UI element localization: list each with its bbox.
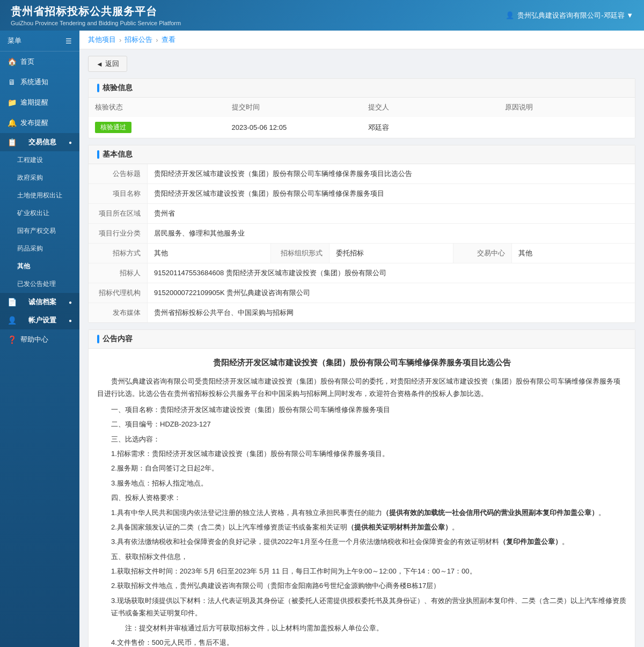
arrow-icon: ● bbox=[69, 139, 72, 145]
industry-label: 项目行业分类 bbox=[89, 224, 148, 243]
reason-cell bbox=[499, 117, 635, 138]
notice-item-2: 二、项目编号：HDZB-2023-127 bbox=[97, 418, 626, 430]
user-icon: 👤 bbox=[506, 11, 514, 19]
list-icon: 📋 bbox=[8, 138, 16, 146]
notice-sub-5-1: 1.获取招标文件时间：2023年 5月 6日至2023年 5月 11 日，每日工… bbox=[111, 565, 626, 577]
notice-sub-5-4: 4.文件售价：500元人民币，售后不退。 bbox=[111, 636, 626, 647]
notice-title-value: 贵阳经济开发区城市建设投资（集团）股份有限公司车辆维修保养服务项目比选公告 bbox=[148, 164, 635, 183]
sidebar-sub-item-medicine[interactable]: 药品采购 bbox=[0, 240, 79, 258]
home-icon: 🏠 bbox=[8, 57, 16, 66]
basic-info-section: 基本信息 公告标题 贵阳经济开发区城市建设投资（集团）股份有限公司车辆维修保养服… bbox=[88, 145, 635, 323]
agency-value: 91520000722109905K 贵州弘典建设咨询有限公司 bbox=[148, 283, 635, 303]
col-submitter: 提交人 bbox=[362, 98, 499, 117]
notice-title-label: 公告标题 bbox=[89, 164, 148, 183]
header-branding: 贵州省招标投标公共服务平台 GuiZhou Province Tendering… bbox=[11, 4, 181, 26]
hamburger-icon[interactable]: ☰ bbox=[65, 37, 72, 45]
notice-item-3: 三、比选内容： bbox=[97, 433, 626, 445]
trade-center-value: 其他 bbox=[512, 244, 635, 263]
bidder-value: 915201147553684608 贵阳经济开发区城市建设投资（集团）股份有限… bbox=[148, 263, 635, 283]
notice-sub-3-3: 3.服务地点：招标人指定地点。 bbox=[111, 477, 626, 489]
sidebar-sub-item-mining[interactable]: 矿业权出让 bbox=[0, 204, 79, 222]
sidebar-item-help[interactable]: ❓ 帮助中心 bbox=[0, 329, 79, 350]
status-cell: 核验通过 bbox=[89, 117, 225, 138]
doc-icon: 📄 bbox=[8, 298, 16, 306]
breadcrumb-sep2: › bbox=[156, 36, 158, 44]
col-reason: 原因说明 bbox=[499, 98, 635, 117]
breadcrumb-notice[interactable]: 招标公告 bbox=[125, 35, 152, 45]
breadcrumb-other-projects[interactable]: 其他项目 bbox=[88, 35, 116, 45]
sidebar-sub-item-other[interactable]: 其他 bbox=[0, 258, 79, 275]
basic-info-title-text: 基本信息 bbox=[103, 150, 133, 159]
notice-sub-3-2: 2.服务期：自合同签订之日起2年。 bbox=[111, 462, 626, 474]
notice-content-title-text: 公告内容 bbox=[103, 334, 133, 344]
notice-sub-5-2: 2.获取招标文件地点，贵州弘典建设咨询有限公司（贵阳市金阳南路6号世纪金源购物中… bbox=[111, 579, 626, 592]
submitter-cell: 邓廷容 bbox=[362, 117, 499, 138]
project-name-value: 贵阳经济开发区城市建设投资（集团）股份有限公司车辆维修保养服务项目 bbox=[148, 184, 635, 203]
content-area: ◄ 返回 核验信息 核验状态 提交时间 提交人 原因说明 bbox=[79, 49, 644, 647]
notice-item-5: 五、获取招标文件信息， bbox=[97, 550, 626, 563]
notice-content-section: 公告内容 贵阳经济开发区城市建设投资（集团）股份有限公司车辆维修保养服务项目比选… bbox=[88, 329, 635, 647]
breadcrumb-sep1: › bbox=[119, 36, 121, 44]
basic-info-section-title: 基本信息 bbox=[89, 145, 635, 164]
notice-item-4: 四、投标人资格要求： bbox=[97, 491, 626, 504]
sidebar-item-label: 帮助中心 bbox=[20, 335, 48, 344]
verification-section: 核验信息 核验状态 提交时间 提交人 原因说明 bbox=[88, 78, 635, 138]
sidebar-item-deadline[interactable]: 📁 逾期提醒 bbox=[0, 92, 79, 113]
menu-label: 菜单 bbox=[8, 36, 21, 46]
verification-table: 核验状态 提交时间 提交人 原因说明 核验通过 2023-05-06 12:05 bbox=[89, 98, 635, 138]
sidebar-item-account[interactable]: 👤 帐户设置 ● bbox=[0, 311, 79, 329]
person-icon: 👤 bbox=[8, 316, 16, 325]
notice-sub-5-note: 注：提交材料并审核通过后方可获取招标文件，以上材料均需加盖投标人单位公章。 bbox=[125, 622, 626, 634]
notice-sub-3-1: 1.招标需求：贵阳经济开发区城市建设投资（集团）股份有限公司车辆维修保养服务项目… bbox=[111, 447, 626, 460]
sidebar-sub-item-published[interactable]: 已发公告处理 bbox=[0, 275, 79, 293]
help-icon: ❓ bbox=[8, 335, 16, 344]
sidebar-item-label: 逾期提醒 bbox=[20, 98, 48, 107]
sidebar-item-publish[interactable]: 🔔 发布提醒 bbox=[0, 113, 79, 133]
notice-content-section-title: 公告内容 bbox=[89, 330, 635, 349]
col-submit-time: 提交时间 bbox=[225, 98, 362, 117]
sidebar-menu-header: 菜单 ☰ bbox=[0, 31, 79, 52]
sidebar-sub-item-gov-purchase[interactable]: 政府采购 bbox=[0, 169, 79, 187]
project-area-label: 项目所在区域 bbox=[89, 204, 148, 223]
verification-title-text: 核验信息 bbox=[103, 83, 133, 93]
project-name-label: 项目名称 bbox=[89, 184, 148, 203]
sidebar-sub-item-engineering[interactable]: 工程建设 bbox=[0, 151, 79, 169]
status-badge: 核验通过 bbox=[95, 122, 131, 133]
industry-value: 居民服务、修理和其他服务业 bbox=[148, 224, 635, 243]
notice-sub-4-3: 3.具有依法缴纳税收和社会保障资金的良好记录，提供2022年1月至今任意一个月依… bbox=[111, 535, 626, 548]
sidebar-item-transaction[interactable]: 📋 交易信息 ● bbox=[0, 133, 79, 151]
back-label: 返回 bbox=[105, 59, 119, 69]
notice-sub-4-2: 2.具备国家颁发认证的二类（含二类）以上汽车维修资质证书或备案相关证明（提供相关… bbox=[111, 521, 626, 533]
header-user[interactable]: 👤 贵州弘典建设咨询有限公司-邓廷容 ▼ bbox=[506, 11, 633, 20]
arrow-icon: ● bbox=[69, 299, 72, 305]
main-area: 其他项目 › 招标公告 › 查看 ◄ 返回 核验信息 核验状态 bbox=[79, 31, 644, 647]
sidebar-item-label: 系统通知 bbox=[20, 77, 48, 87]
bid-form-value: 委托招标 bbox=[330, 244, 452, 263]
bell-icon: 🔔 bbox=[8, 119, 16, 127]
sidebar-sub-item-state-property[interactable]: 国有产权交易 bbox=[0, 222, 79, 240]
sidebar-sub-item-land[interactable]: 土地使用权出让 bbox=[0, 187, 79, 204]
site-title-en: GuiZhou Province Tendering and Bidding P… bbox=[11, 20, 181, 26]
submit-time-cell: 2023-05-06 12:05 bbox=[225, 117, 362, 138]
bid-form-label: 招标组织形式 bbox=[270, 244, 330, 263]
notice-sub-5-3: 3.现场获取时须提供以下材料：法人代表证明及其身份证（被委托人还需提供授权委托书… bbox=[111, 594, 626, 620]
verification-section-title: 核验信息 bbox=[89, 79, 635, 98]
sidebar-item-integrity[interactable]: 📄 诚信档案 ● bbox=[0, 293, 79, 311]
media-label: 发布媒体 bbox=[89, 303, 148, 322]
sidebar-item-notify[interactable]: 🖥 系统通知 bbox=[0, 72, 79, 92]
notice-main-title: 贵阳经济开发区城市建设投资（集团）股份有限公司车辆维修保养服务项目比选公告 bbox=[97, 355, 626, 370]
sidebar-item-label: 帐户设置 bbox=[28, 315, 56, 325]
bid-method-value: 其他 bbox=[148, 244, 270, 263]
notice-body: 贵阳经济开发区城市建设投资（集团）股份有限公司车辆维修保养服务项目比选公告 贵州… bbox=[89, 349, 635, 647]
verification-row: 核验通过 2023-05-06 12:05 邓廷容 bbox=[89, 117, 635, 138]
bid-method-label: 招标方式 bbox=[89, 244, 148, 263]
back-button[interactable]: ◄ 返回 bbox=[88, 56, 127, 72]
sidebar-item-home[interactable]: 🏠 首页 bbox=[0, 52, 79, 72]
site-title-cn: 贵州省招标投标公共服务平台 bbox=[11, 4, 181, 19]
folder-icon: 📁 bbox=[8, 98, 16, 107]
notice-item-1: 一、项目名称：贵阳经济开发区城市建设投资（集团）股份有限公司车辆维修保养服务项目 bbox=[97, 403, 626, 416]
agency-label: 招标代理机构 bbox=[89, 283, 148, 303]
col-status: 核验状态 bbox=[89, 98, 225, 117]
sidebar: 菜单 ☰ 🏠 首页 🖥 系统通知 📁 逾期提醒 🔔 发布提醒 📋 交易信息 ● … bbox=[0, 31, 79, 647]
monitor-icon: 🖥 bbox=[8, 78, 16, 86]
